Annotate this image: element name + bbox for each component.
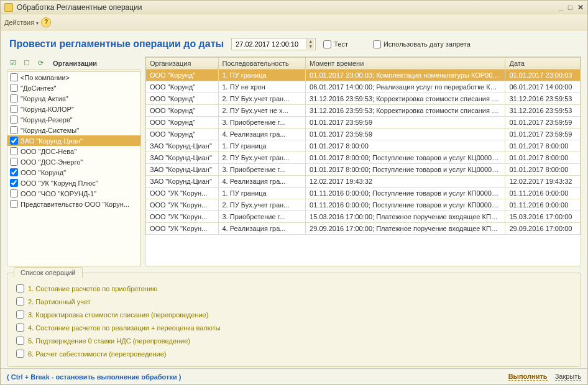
table-row[interactable]: ООО "УК "Корун...4. Реализация гра...29.… [146,223,581,235]
table-row[interactable]: ООО "Корунд"1. ПУ не хрон06.01.2017 14:0… [146,81,581,93]
check-all-icon[interactable]: ☑ [8,58,18,68]
org-item[interactable]: <По компании> [7,72,140,83]
column-header[interactable]: Дата [505,58,581,70]
maximize-button[interactable]: □ [568,3,572,12]
footer-hint: ( Ctrl + Break - остановить выполнение о… [7,373,181,381]
column-header[interactable]: Момент времени [306,58,505,70]
org-item[interactable]: "Корунд-Системы" [7,125,140,135]
table-cell: 01.01.2017 23:00:03 [505,70,581,81]
table-row[interactable]: ООО "Корунд"2. ПУ Бух.учет гран...31.12.… [146,93,581,105]
org-label: "Корунд-Системы" [21,127,79,134]
org-item[interactable]: ООО "ДОС-Энерго" [7,156,140,167]
org-checkbox[interactable] [10,189,18,197]
refresh-icon[interactable]: ⟳ [35,58,45,68]
test-checkbox[interactable]: Тест [323,40,348,48]
headline-row: Провести регламентные операции до даты ▲… [9,38,579,50]
operation-checkbox[interactable] [16,310,24,319]
table-row[interactable]: ООО "Корунд"2. ПУ Бух.учет не х...31.12.… [146,105,581,117]
data-grid[interactable]: ОрганизацияПоследовательностьМомент врем… [145,57,581,266]
org-checkbox[interactable] [10,105,18,113]
operation-item[interactable]: 1. Состояние расчетов по приобретению [15,282,573,295]
org-checkbox[interactable] [10,84,18,92]
help-icon[interactable]: ? [41,17,51,27]
table-row[interactable]: ООО "УК "Корун...3. Приобретение г...15.… [146,211,581,223]
table-row[interactable]: ООО "УК "Корун...2. ПУ Бух.учет гран...0… [146,199,581,211]
org-label: ООО "УК "Корунд Плюс" [21,179,98,187]
table-row[interactable]: ЗАО "Корунд-Циан"2. ПУ Бух.учет гран...0… [146,152,581,164]
table-cell: 31.12.2016 23:59:53; Корректировка стоим… [306,105,505,117]
table-row[interactable]: ООО "Корунд"4. Реализация гра...01.01.20… [146,129,581,140]
table-cell: ЗАО "Корунд-Циан" [146,140,219,152]
operation-item[interactable]: 3. Корректировка стоимости списания (пер… [15,308,573,321]
org-item[interactable]: ЗАО "Корунд-Циан" [7,135,140,146]
organizations-list[interactable]: <По компании>"ДоСинтез""Корунд Актив""Ко… [7,71,141,266]
operation-checkbox[interactable] [16,284,24,292]
org-checkbox[interactable] [10,126,18,134]
date-spin-down[interactable]: ▼ [306,44,314,49]
org-checkbox[interactable] [10,137,18,145]
org-item[interactable]: ООО "ЧОО "КОРУНД-1" [7,188,140,199]
org-item[interactable]: ООО "УК "Корунд Плюс" [7,178,140,188]
column-header[interactable]: Последовательность [218,58,306,70]
org-item[interactable]: "Корунд-КОЛОР" [7,104,140,114]
operation-checkbox[interactable] [16,324,24,332]
org-checkbox[interactable] [10,200,18,208]
org-item[interactable]: Представительство ООО "Корун... [7,199,140,209]
table-cell: 2. ПУ Бух.учет гран... [218,152,306,164]
table-cell: 1. ПУ не хрон [218,81,306,93]
operation-item[interactable]: 2. Партионный учет [15,295,573,308]
close-button[interactable]: ✕ [577,3,584,12]
table-cell: 01.01.2017 23:59:59 [306,117,505,129]
operation-checkbox[interactable] [16,297,24,306]
table-cell: 3. Приобретение г... [218,211,306,223]
run-button[interactable]: Выполнить [508,373,548,381]
org-item[interactable]: "Корунд-Резерв" [7,114,140,125]
table-row[interactable]: ЗАО "Корунд-Циан"3. Приобретение г...01.… [146,164,581,176]
minimize-button[interactable]: _ [559,3,563,12]
table-cell: 01.11.2016 0:00:00 [505,199,581,211]
table-cell: ООО "Корунд" [146,105,219,117]
actions-menu[interactable]: Действия ▾ [4,19,39,26]
org-checkbox[interactable] [10,116,18,124]
table-row[interactable]: ООО "Корунд"1. ПУ граница01.01.2017 23:0… [146,70,581,81]
org-item[interactable]: ООО "ДОС-Нева" [7,146,140,156]
use-ban-date-checkbox[interactable]: Использовать дату запрета [373,40,471,48]
org-item[interactable]: "Корунд Актив" [7,93,140,104]
table-cell: ООО "Корунд" [146,117,219,129]
org-checkbox[interactable] [10,168,18,176]
org-item[interactable]: "ДоСинтез" [7,83,140,93]
operations-tab[interactable]: Список операций [14,267,83,278]
close-link[interactable]: Закрыть [555,373,581,381]
table-cell: ЗАО "Корунд-Циан" [146,176,219,188]
org-checkbox[interactable] [10,179,18,187]
uncheck-all-icon[interactable]: ☐ [22,58,32,68]
org-checkbox[interactable] [10,158,18,166]
operation-item[interactable]: 6. Расчет себестоимости (перепроведение) [15,347,573,360]
date-field[interactable]: ▲ ▼ [231,38,316,50]
table-cell: 1. ПУ граница [218,140,306,152]
table-cell: ЗАО "Корунд-Циан" [146,152,219,164]
titlebar: Обработка Регламентные операции _ □ ✕ [1,1,587,14]
table-row[interactable]: ЗАО "Корунд-Циан"1. ПУ граница01.01.2017… [146,140,581,152]
org-label: ООО "ДОС-Нева" [21,148,76,155]
table-row[interactable]: ЗАО "Корунд-Циан"4. Реализация гра...12.… [146,176,581,188]
operation-checkbox[interactable] [16,350,24,358]
column-header[interactable]: Организация [146,58,219,70]
table-cell: 01.01.2017 8:00:00 [505,140,581,152]
table-cell: ООО "Корунд" [146,70,219,81]
date-spin-up[interactable]: ▲ [306,39,314,44]
table-row[interactable]: ООО "Корунд"3. Приобретение г...01.01.20… [146,117,581,129]
operation-label: 6. Расчет себестоимости (перепроведение) [28,350,166,358]
operation-item[interactable]: 4. Состояние расчетов по реализации + пе… [15,321,573,334]
table-cell: 01.01.2017 8:00:00; Поступление товаров … [306,164,505,176]
table-row[interactable]: ООО "УК "Корун...1. ПУ граница01.11.2016… [146,188,581,199]
table-cell: ООО "Корунд" [146,93,219,105]
operation-item[interactable]: 5. Подтверждение 0 ставки НДС (перепрове… [15,334,573,347]
org-checkbox[interactable] [10,73,18,81]
table-cell: 1. ПУ граница [218,70,306,81]
org-checkbox[interactable] [10,94,18,102]
org-checkbox[interactable] [10,147,18,155]
org-item[interactable]: ООО "Корунд" [7,167,140,178]
date-input[interactable] [233,39,306,49]
operation-checkbox[interactable] [16,337,24,345]
